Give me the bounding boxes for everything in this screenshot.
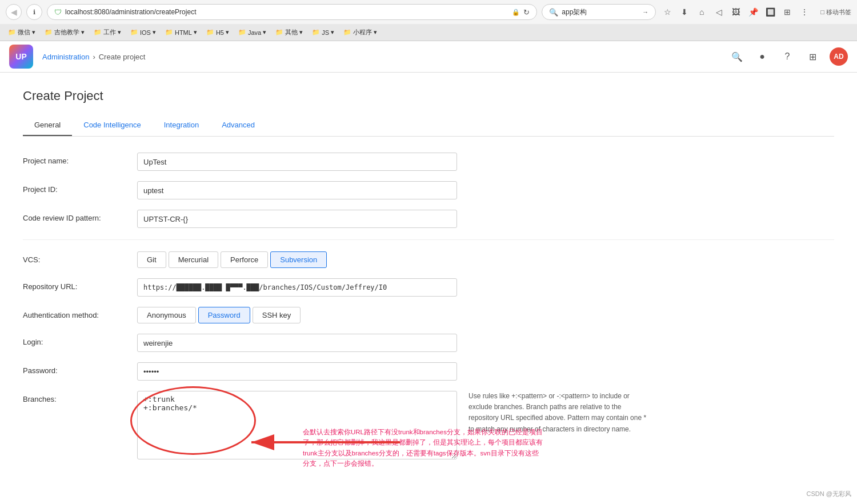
- folder-icon: 📁: [130, 29, 138, 36]
- header-actions: 🔍 ● ? ⊞ AD: [729, 47, 848, 66]
- folder-icon: 📁: [312, 29, 320, 36]
- tabs-container: General Code Intelligence Integration Ad…: [23, 115, 834, 137]
- code-review-label: Code review ID pattern:: [23, 210, 137, 222]
- project-name-label: Project name:: [23, 153, 137, 165]
- vcs-subversion-button[interactable]: Subversion: [270, 251, 327, 268]
- branches-label: Branches:: [23, 391, 137, 403]
- vcs-git-button[interactable]: Git: [137, 251, 166, 268]
- folder-icon: 📁: [275, 29, 283, 36]
- bookmark-label: 微信: [18, 28, 30, 37]
- bookmark-work[interactable]: 📁 工作 ▾: [90, 27, 125, 38]
- tab-integration[interactable]: Integration: [153, 115, 210, 136]
- address-bar[interactable]: 🛡 localhost:8080/administration/createPr…: [47, 4, 537, 20]
- bookmark-html[interactable]: 📁 HTML ▾: [162, 27, 201, 37]
- bookmark-miniapp[interactable]: 📁 小程序 ▾: [340, 27, 381, 38]
- code-review-control: [137, 210, 457, 228]
- tab-advanced[interactable]: Advanced: [210, 115, 266, 136]
- bookmark-label: 工作: [103, 28, 116, 37]
- notification-icon[interactable]: ●: [754, 49, 770, 65]
- search-text: app架构: [562, 7, 639, 17]
- annotation-text: 会默认去搜索你URL路径下有没trunk和branches分支，如果你关联的已经…: [303, 429, 543, 467]
- search-header-icon[interactable]: 🔍: [729, 49, 745, 65]
- logo-text: UP: [15, 52, 26, 61]
- auth-anonymous-button[interactable]: Anonymous: [137, 307, 196, 323]
- grid-icon[interactable]: ⊞: [804, 49, 820, 65]
- bookmark-js[interactable]: 📁 JS ▾: [309, 27, 338, 37]
- bookmark-label: JS: [322, 29, 329, 36]
- watermark-text: CSDN @无彩风: [807, 490, 851, 497]
- prev-page-button[interactable]: ◁: [712, 5, 726, 19]
- tab-general[interactable]: General: [23, 115, 72, 136]
- project-name-row: Project name:: [23, 153, 834, 171]
- download-button[interactable]: ⬇: [678, 5, 691, 19]
- password-control: [137, 362, 457, 381]
- back-button[interactable]: ◀: [6, 4, 22, 20]
- address-text: localhost:8080/administration/createProj…: [65, 8, 508, 16]
- search-bar[interactable]: 🔍 app架构 →: [542, 4, 656, 20]
- chevron-down-icon: ▾: [81, 29, 85, 36]
- tab-code-intelligence[interactable]: Code Intelligence: [72, 115, 152, 136]
- home-button[interactable]: ⌂: [695, 5, 708, 19]
- bookmark-ios[interactable]: 📁 IOS ▾: [127, 27, 159, 37]
- repo-url-input[interactable]: [137, 278, 457, 297]
- vcs-row: VCS: Git Mercurial Perforce Subversion: [23, 251, 834, 268]
- login-row: Login:: [23, 334, 834, 352]
- extension2-button[interactable]: 📌: [746, 5, 760, 19]
- bookmark-label: IOS: [140, 29, 151, 36]
- folder-icon: 📁: [343, 29, 351, 36]
- app-logo[interactable]: UP: [9, 45, 33, 69]
- login-control: [137, 334, 457, 352]
- info-button[interactable]: ℹ: [26, 4, 42, 20]
- extension4-button[interactable]: ⊞: [780, 5, 794, 19]
- bookmark-java[interactable]: 📁 Java ▾: [235, 27, 270, 37]
- project-id-input[interactable]: [137, 181, 457, 199]
- chevron-down-icon: ▾: [299, 29, 303, 36]
- mobile-bookmarks[interactable]: □ 移动书签: [820, 8, 851, 17]
- bookmark-other[interactable]: 📁 其他 ▾: [272, 27, 306, 38]
- auth-method-label: Authentication method:: [23, 307, 137, 319]
- password-input[interactable]: [137, 362, 457, 381]
- form-divider: [23, 239, 834, 240]
- vcs-perforce-button[interactable]: Perforce: [221, 251, 268, 268]
- menu-button[interactable]: ⋮: [798, 5, 811, 19]
- search-icon: 🔍: [549, 8, 558, 17]
- auth-password-button[interactable]: Password: [198, 307, 250, 323]
- app-header: UP Administration › Create project 🔍 ● ?…: [0, 41, 857, 73]
- form-wrapper: Project name: Project ID: Code review ID…: [23, 153, 834, 461]
- folder-icon: 📁: [238, 29, 246, 36]
- code-review-row: Code review ID pattern:: [23, 210, 834, 228]
- bookmark-h5[interactable]: 📁 H5 ▾: [203, 27, 233, 37]
- project-id-control: [137, 181, 457, 199]
- search-forward-icon: →: [642, 9, 648, 15]
- login-input[interactable]: [137, 334, 457, 352]
- code-review-input[interactable]: [137, 210, 457, 228]
- page-title: Create Project: [23, 89, 834, 103]
- repo-url-label: Repository URL:: [23, 278, 137, 291]
- breadcrumb-parent[interactable]: Administration: [42, 53, 89, 61]
- chevron-down-icon: ▾: [118, 29, 121, 36]
- auth-ssh-button[interactable]: SSH key: [253, 307, 301, 323]
- user-avatar[interactable]: AD: [830, 47, 848, 66]
- repo-url-control: [137, 278, 457, 297]
- bookmark-label: Java: [248, 29, 261, 36]
- password-label: Password:: [23, 362, 137, 375]
- browser-toolbar: ◀ ℹ 🛡 localhost:8080/administration/crea…: [0, 0, 857, 24]
- bookmark-label: HTML: [175, 29, 192, 36]
- folder-icon: 📁: [45, 29, 53, 36]
- bookmark-guitar[interactable]: 📁 吉他教学 ▾: [41, 27, 88, 38]
- breadcrumb-current: Create project: [99, 53, 146, 61]
- extension3-button[interactable]: 🔲: [763, 5, 777, 19]
- help-icon[interactable]: ?: [779, 49, 795, 65]
- breadcrumb: Administration › Create project: [42, 53, 145, 61]
- project-name-input[interactable]: [137, 153, 457, 171]
- vcs-mercurial-button[interactable]: Mercurial: [169, 251, 218, 268]
- browser-actions: ☆ ⬇ ⌂ ◁ 🖼 📌 🔲 ⊞ ⋮: [660, 5, 811, 19]
- star-button[interactable]: ☆: [660, 5, 674, 19]
- reload-button[interactable]: ↻: [523, 8, 530, 17]
- extension1-button[interactable]: 🖼: [729, 5, 743, 19]
- shield-icon: 🛡: [54, 8, 62, 17]
- password-row: Password:: [23, 362, 834, 381]
- bookmark-weixin[interactable]: 📁 微信 ▾: [5, 27, 39, 38]
- auth-method-row: Authentication method: Anonymous Passwor…: [23, 307, 834, 323]
- bookmark-label: 小程序: [353, 28, 372, 37]
